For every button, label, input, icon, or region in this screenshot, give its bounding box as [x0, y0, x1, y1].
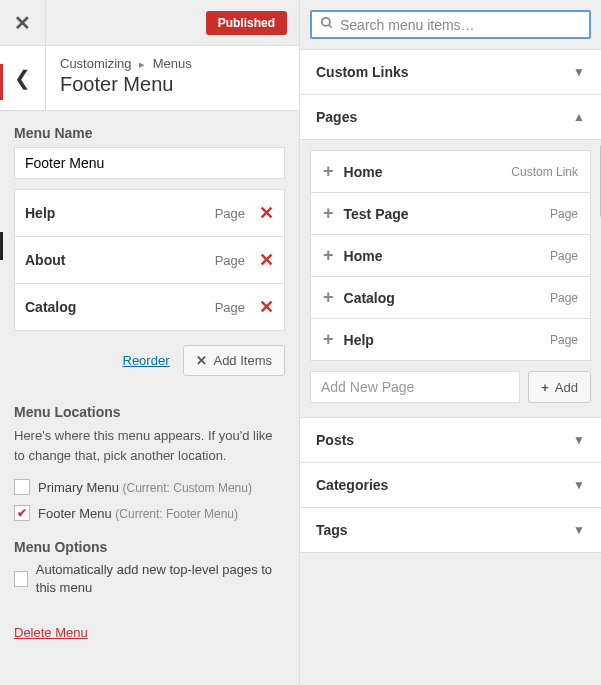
breadcrumb-root[interactable]: Customizing	[60, 56, 132, 71]
chevron-down-icon: ▼	[573, 433, 585, 447]
page-title: Footer Menu	[60, 73, 285, 96]
search-input[interactable]	[340, 17, 581, 33]
section-label: Posts	[316, 432, 354, 448]
panel-body: Menu Name HelpPage✕AboutPage✕CatalogPage…	[0, 111, 299, 685]
menu-locations-heading: Menu Locations	[14, 404, 285, 420]
section-custom-links[interactable]: Custom Links ▼	[300, 50, 601, 95]
plus-icon[interactable]: +	[323, 287, 334, 308]
plus-icon[interactable]: +	[323, 161, 334, 182]
close-icon: ✕	[14, 11, 31, 35]
add-page-button[interactable]: + Add	[528, 371, 591, 403]
chevron-left-icon: ❮	[14, 66, 31, 90]
available-pages-list: +HomeCustom Link+Test PagePage+HomePage+…	[310, 150, 591, 361]
menu-item-label: Help	[25, 205, 215, 221]
breadcrumb-row: ❮ Customizing ▸ Menus Footer Menu	[0, 46, 299, 111]
available-item-type: Page	[550, 207, 578, 221]
available-item[interactable]: +HomeCustom Link	[310, 150, 591, 193]
add-items-button[interactable]: ✕ Add Items	[183, 345, 285, 376]
available-item[interactable]: +HelpPage	[310, 319, 591, 361]
checkbox-icon[interactable]	[14, 505, 30, 521]
accordion: Custom Links ▼ Pages ▲ +HomeCustom Link+…	[300, 49, 601, 553]
remove-icon[interactable]: ✕	[259, 202, 274, 224]
chevron-right-icon: ▸	[139, 58, 145, 70]
location-option[interactable]: Primary Menu (Current: Custom Menu)	[14, 479, 285, 495]
menu-item-label: About	[25, 252, 215, 268]
section-posts[interactable]: Posts ▼	[300, 418, 601, 463]
plus-icon[interactable]: +	[323, 203, 334, 224]
svg-line-1	[329, 25, 332, 28]
available-item[interactable]: +CatalogPage	[310, 277, 591, 319]
menu-actions: Reorder ✕ Add Items	[14, 345, 285, 376]
topbar: ✕ Published	[0, 0, 299, 46]
add-new-page-row: + Add	[310, 371, 591, 403]
checkbox-icon[interactable]	[14, 479, 30, 495]
available-item-type: Page	[550, 291, 578, 305]
checkbox-icon[interactable]	[14, 571, 28, 587]
menu-item-type: Page	[215, 253, 245, 268]
location-label: Footer Menu (Current: Footer Menu)	[38, 506, 238, 521]
auto-add-label: Automatically add new top-level pages to…	[36, 561, 285, 597]
available-item-label: Home	[344, 248, 550, 264]
svg-point-0	[322, 18, 330, 26]
available-item-type: Page	[550, 249, 578, 263]
available-item-type: Custom Link	[511, 165, 578, 179]
menu-locations-description: Here's where this menu appears. If you'd…	[14, 426, 285, 465]
breadcrumb: Customizing ▸ Menus	[60, 56, 285, 71]
customizer-panel: ✕ Published ❮ Customizing ▸ Menus Footer…	[0, 0, 300, 685]
remove-icon[interactable]: ✕	[259, 296, 274, 318]
add-new-page-input[interactable]	[310, 371, 520, 403]
close-button[interactable]: ✕	[0, 0, 46, 46]
menu-item[interactable]: HelpPage✕	[14, 189, 285, 237]
plus-icon: +	[541, 380, 549, 395]
chevron-down-icon: ▼	[573, 523, 585, 537]
search-box[interactable]	[310, 10, 591, 39]
search-icon	[320, 16, 334, 33]
available-item-label: Catalog	[344, 290, 550, 306]
breadcrumb-section[interactable]: Menus	[153, 56, 192, 71]
menu-item-type: Page	[215, 206, 245, 221]
menu-item[interactable]: AboutPage✕	[14, 237, 285, 284]
chevron-up-icon: ▲	[573, 110, 585, 124]
menu-options-heading: Menu Options	[14, 539, 285, 555]
section-categories[interactable]: Categories ▼	[300, 463, 601, 508]
available-item[interactable]: +Test PagePage	[310, 193, 591, 235]
breadcrumb-content: Customizing ▸ Menus Footer Menu	[46, 46, 299, 110]
plus-icon[interactable]: +	[323, 329, 334, 350]
auto-add-row[interactable]: Automatically add new top-level pages to…	[14, 561, 285, 597]
publish-status-badge[interactable]: Published	[206, 11, 287, 35]
location-note: (Current: Footer Menu)	[115, 507, 238, 521]
section-pages[interactable]: Pages ▲	[300, 95, 601, 140]
available-item-label: Help	[344, 332, 550, 348]
chevron-down-icon: ▼	[573, 478, 585, 492]
available-item-label: Home	[344, 164, 512, 180]
back-button[interactable]: ❮	[0, 46, 46, 110]
menu-item-type: Page	[215, 300, 245, 315]
add-label: Add	[555, 380, 578, 395]
location-option[interactable]: Footer Menu (Current: Footer Menu)	[14, 505, 285, 521]
reorder-link[interactable]: Reorder	[123, 353, 170, 368]
menu-item[interactable]: CatalogPage✕	[14, 284, 285, 331]
side-accent	[0, 64, 3, 100]
location-note: (Current: Custom Menu)	[123, 481, 252, 495]
menu-name-label: Menu Name	[14, 125, 285, 141]
section-label: Categories	[316, 477, 388, 493]
section-label: Custom Links	[316, 64, 409, 80]
available-item[interactable]: +HomePage	[310, 235, 591, 277]
available-item-label: Test Page	[344, 206, 550, 222]
search-wrap	[300, 0, 601, 49]
delete-menu-link[interactable]: Delete Menu	[14, 625, 88, 640]
side-accent-dark	[0, 232, 3, 260]
menu-locations-list: Primary Menu (Current: Custom Menu)Foote…	[14, 479, 285, 521]
section-pages-body: +HomeCustom Link+Test PagePage+HomePage+…	[300, 140, 601, 418]
available-item-type: Page	[550, 333, 578, 347]
section-label: Tags	[316, 522, 348, 538]
menu-name-input[interactable]	[14, 147, 285, 179]
location-label: Primary Menu (Current: Custom Menu)	[38, 480, 252, 495]
menu-item-label: Catalog	[25, 299, 215, 315]
section-tags[interactable]: Tags ▼	[300, 508, 601, 552]
remove-icon[interactable]: ✕	[259, 249, 274, 271]
add-items-label: Add Items	[213, 353, 272, 368]
chevron-down-icon: ▼	[573, 65, 585, 79]
plus-icon[interactable]: +	[323, 245, 334, 266]
available-items-panel: Custom Links ▼ Pages ▲ +HomeCustom Link+…	[300, 0, 601, 685]
